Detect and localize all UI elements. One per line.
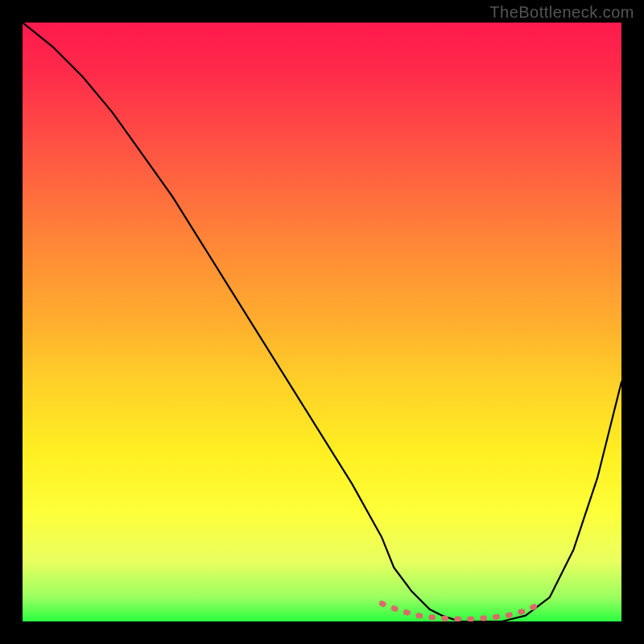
chart-svg bbox=[23, 23, 621, 621]
bottleneck-curve-path bbox=[23, 23, 621, 621]
chart-plot-area bbox=[23, 23, 621, 621]
watermark-text: TheBottleneck.com bbox=[489, 3, 634, 22]
